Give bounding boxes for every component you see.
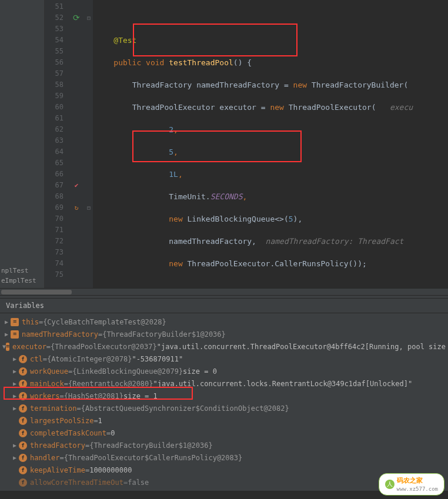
- watermark-url: www.xz577.com: [397, 486, 438, 491]
- expand-icon[interactable]: ▶: [2, 331, 11, 337]
- lambda-icon: ↻: [75, 204, 79, 212]
- variables-tree[interactable]: ▶≡this = {CycleBatchTemplateTest@2028} ▶…: [0, 313, 448, 491]
- code-content[interactable]: @Test public void testThreadPool() { Thr…: [93, 0, 448, 288]
- run-test-icon[interactable]: ⟳: [73, 13, 80, 22]
- scroll-thumb[interactable]: [1, 290, 72, 294]
- variable-row[interactable]: ▶fthreadFactory = {ThreadFactoryBuilder$…: [0, 439, 448, 451]
- expand-icon[interactable]: ▶: [2, 319, 11, 325]
- variable-row[interactable]: ▶fmainLock = {ReentrantLock@2080} "java.…: [0, 377, 448, 390]
- line-number-gutter[interactable]: 5152535455565758596061626364656667686970…: [45, 0, 68, 288]
- variable-row[interactable]: ▶fctl = {AtomicInteger@2078} "-536870911…: [0, 353, 448, 365]
- field-icon: f: [19, 454, 27, 462]
- field-icon: f: [19, 380, 27, 388]
- object-icon: ≡: [11, 318, 19, 326]
- object-icon: ≡: [11, 330, 19, 339]
- watermark-icon: 人: [385, 480, 394, 489]
- field-icon: f: [19, 404, 27, 413]
- horizontal-scrollbar[interactable]: [0, 288, 448, 295]
- code-editor[interactable]: nplTest eImplTest 5152535455565758596061…: [0, 0, 448, 288]
- expand-icon[interactable]: ▶: [11, 393, 19, 399]
- watermark-badge: 人 码农之家www.xz577.com: [379, 473, 444, 491]
- debug-panel[interactable]: Variables ▶≡this = {CycleBatchTemplateTe…: [0, 299, 448, 491]
- field-icon: f: [19, 355, 27, 363]
- variable-row[interactable]: flargestPoolSize = 1: [0, 414, 448, 427]
- expand-icon[interactable]: ▶: [11, 356, 19, 362]
- expand-icon[interactable]: ▶: [11, 405, 19, 411]
- object-icon: ≡: [6, 343, 9, 351]
- variable-row[interactable]: fcompletedTaskCount = 0: [0, 427, 448, 439]
- variable-row[interactable]: ▶≡namedThreadFactory = {ThreadFactoryBui…: [0, 328, 448, 340]
- variable-row[interactable]: ▶fhandler = {ThreadPoolExecutor$CallerRu…: [0, 451, 448, 464]
- structure-item[interactable]: nplTest: [1, 266, 43, 276]
- fold-column[interactable]: ⊟⊟: [85, 0, 93, 288]
- field-icon: f: [19, 478, 27, 487]
- expand-icon[interactable]: ▶: [11, 368, 19, 374]
- variables-tab[interactable]: Variables: [0, 299, 448, 313]
- expand-icon[interactable]: ▶: [11, 442, 19, 448]
- field-icon: f: [19, 466, 27, 474]
- structure-panel[interactable]: nplTest eImplTest: [0, 0, 45, 288]
- field-icon: f: [19, 367, 27, 376]
- variable-row[interactable]: ▶fworkers = {HashSet@2081} size = 1: [0, 390, 448, 402]
- expand-icon[interactable]: ▶: [11, 380, 19, 387]
- breakpoint-icon[interactable]: ✔: [75, 182, 79, 189]
- expand-icon[interactable]: ▶: [11, 454, 19, 461]
- field-icon: f: [19, 392, 27, 400]
- field-icon: f: [19, 417, 27, 425]
- variable-row[interactable]: ▼≡executor = {ThreadPoolExecutor@2037} "…: [0, 340, 448, 353]
- gutter-annotations: ⟳✔↻: [68, 0, 85, 288]
- variable-row[interactable]: ▶ftermination = {AbstractQueuedSynchroni…: [0, 402, 448, 414]
- field-icon: f: [19, 441, 27, 450]
- variable-row[interactable]: ▶≡this = {CycleBatchTemplateTest@2028}: [0, 316, 448, 328]
- watermark-title: 码农之家: [397, 477, 423, 484]
- structure-item[interactable]: eImplTest: [1, 276, 43, 286]
- variable-row[interactable]: ▶fworkQueue = {LinkedBlockingQueue@2079}…: [0, 365, 448, 377]
- field-icon: f: [19, 429, 27, 437]
- variable-row[interactable]: fkeepAliveTime = 1000000000: [0, 464, 448, 476]
